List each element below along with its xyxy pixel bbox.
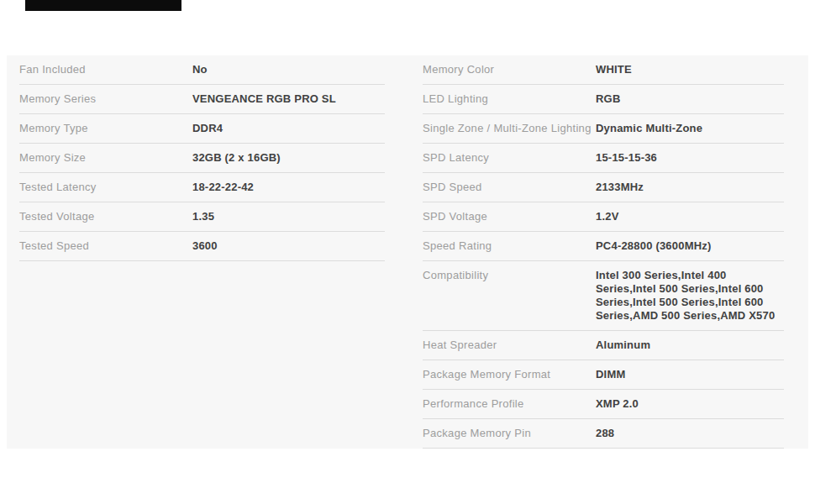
spec-label: Tested Latency — [19, 181, 192, 194]
spec-row: Single Zone / Multi-Zone LightingDynamic… — [423, 114, 784, 144]
spec-row: SPD Latency15-15-15-36 — [423, 144, 784, 173]
spec-row: Memory TypeDDR4 — [19, 114, 385, 144]
spec-value: DIMM — [596, 368, 784, 381]
spec-row: Memory ColorWHITE — [423, 55, 784, 85]
spec-value: XMP 2.0 — [596, 397, 784, 411]
spec-row: Memory SeriesVENGEANCE RGB PRO SL — [19, 85, 385, 114]
spec-value: DDR4 — [192, 122, 385, 135]
spec-label: Memory Size — [19, 151, 192, 165]
spec-label: SPD Speed — [423, 181, 596, 194]
spec-row: Performance ProfileXMP 2.0 — [423, 390, 784, 419]
spec-value: RGB — [596, 92, 784, 106]
spec-label: Heat Spreader — [423, 339, 596, 352]
spec-value: 3600 — [192, 239, 385, 253]
spec-label: Package Memory Format — [423, 368, 596, 381]
spec-value: 18-22-22-42 — [192, 181, 385, 194]
spec-value: 288 — [596, 427, 784, 440]
spec-value: VENGEANCE RGB PRO SL — [192, 92, 385, 106]
spec-label: LED Lighting — [423, 92, 596, 106]
spec-row: Package Memory Pin288 — [423, 419, 784, 449]
spec-value: No — [192, 63, 385, 76]
spec-row: Tested Speed3600 — [19, 232, 385, 261]
spec-row: Speed RatingPC4-28800 (3600MHz) — [423, 232, 784, 261]
spec-value: 1.2V — [596, 210, 784, 223]
spec-value: 32GB (2 x 16GB) — [192, 151, 385, 165]
spec-row: Heat SpreaderAluminum — [423, 331, 784, 360]
spec-row: Fan IncludedNo — [19, 55, 385, 85]
spec-value: 1.35 — [192, 210, 385, 223]
spec-row: SPD Voltage1.2V — [423, 202, 784, 232]
spec-label: Speed Rating — [423, 239, 596, 253]
spec-value: Intel 300 Series,Intel 400 Series,Intel … — [596, 269, 784, 323]
spec-row: Package Memory FormatDIMM — [423, 360, 784, 390]
spec-value: 15-15-15-36 — [596, 151, 784, 165]
spec-row: SPD Speed2133MHz — [423, 173, 784, 202]
spec-row: Tested Latency18-22-22-42 — [19, 173, 385, 202]
spec-panel: Fan IncludedNoMemory SeriesVENGEANCE RGB… — [7, 55, 808, 449]
spec-label: Single Zone / Multi-Zone Lighting — [423, 122, 596, 135]
spec-column-right: Memory ColorWHITELED LightingRGBSingle Z… — [410, 55, 808, 449]
spec-value: WHITE — [596, 63, 784, 76]
spec-label: Memory Type — [19, 122, 192, 135]
spec-label: Compatibility — [423, 269, 596, 282]
spec-label: Memory Series — [19, 92, 192, 106]
spec-row: LED LightingRGB — [423, 85, 784, 114]
spec-label: SPD Latency — [423, 151, 596, 165]
spec-row: Tested Voltage1.35 — [19, 202, 385, 232]
spec-label: Fan Included — [19, 63, 192, 76]
spec-value: Aluminum — [596, 339, 784, 352]
spec-label: Tested Speed — [19, 239, 192, 253]
spec-row: Memory Size32GB (2 x 16GB) — [19, 144, 385, 173]
black-bar — [25, 0, 181, 11]
spec-value: PC4-28800 (3600MHz) — [596, 239, 784, 253]
spec-value: 2133MHz — [596, 181, 784, 194]
spec-label: Package Memory Pin — [423, 427, 596, 440]
spec-label: Performance Profile — [423, 397, 596, 411]
spec-row: CompatibilityIntel 300 Series,Intel 400 … — [423, 261, 784, 331]
spec-label: SPD Voltage — [423, 210, 596, 223]
spec-value: Dynamic Multi-Zone — [596, 122, 784, 135]
spec-column-left: Fan IncludedNoMemory SeriesVENGEANCE RGB… — [7, 55, 410, 261]
page: Fan IncludedNoMemory SeriesVENGEANCE RGB… — [0, 0, 815, 504]
spec-label: Tested Voltage — [19, 210, 192, 223]
spec-label: Memory Color — [423, 63, 596, 76]
